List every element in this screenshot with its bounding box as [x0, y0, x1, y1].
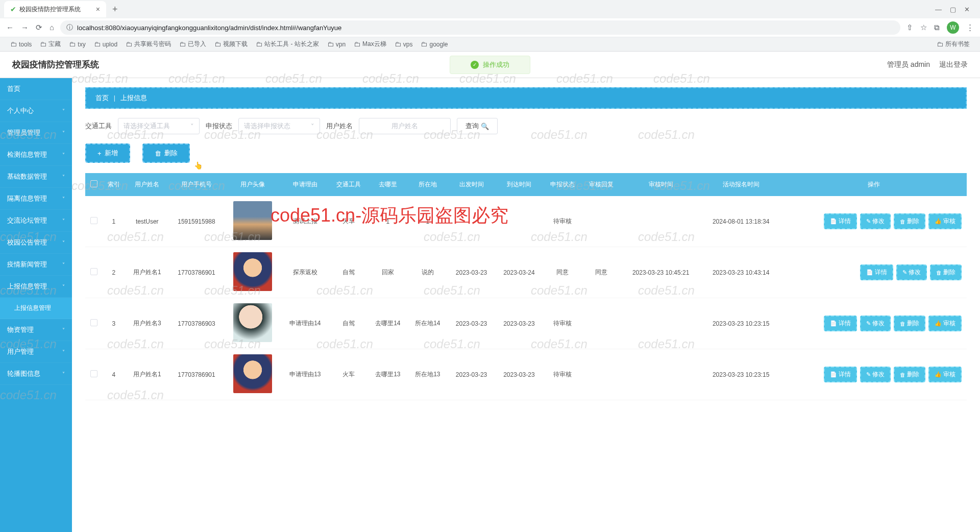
column-header: 去哪里 [368, 173, 408, 196]
chevron-down-icon: ˅ [62, 174, 65, 180]
minimize-icon[interactable]: — [935, 6, 942, 13]
sidebar-item[interactable]: 物资管理˅ [0, 319, 72, 341]
site-info-icon[interactable]: ⓘ [66, 23, 73, 32]
folder-icon: 🗀 [421, 40, 427, 48]
row-checkbox[interactable] [90, 268, 97, 275]
row-delete-button[interactable]: 🗑删除 [930, 264, 962, 280]
audit-button[interactable]: 👍审核 [928, 213, 962, 229]
forward-icon[interactable]: → [21, 23, 29, 32]
bookmark-item[interactable]: 🗀tools [6, 39, 36, 50]
doc-icon: 📄 [830, 371, 837, 378]
browser-tab[interactable]: ✔ 校园疫情防控管理系统 × [4, 1, 106, 17]
tab-close-icon[interactable]: × [96, 5, 100, 13]
query-button[interactable]: 查询 🔍 [457, 118, 498, 134]
sidebar-item[interactable]: 交流论坛管理˅ [0, 210, 72, 232]
window-controls: — ▢ ✕ [935, 6, 976, 13]
breadcrumb-home[interactable]: 首页 [95, 94, 109, 102]
detail-button[interactable]: 📄详情 [824, 213, 857, 229]
folder-icon: 🗀 [10, 40, 17, 48]
sidebar-item[interactable]: 检测信息管理˅ [0, 144, 72, 166]
trash-icon: 🗑 [900, 372, 905, 378]
row-checkbox[interactable] [90, 370, 97, 377]
menu-icon[interactable]: ⋮ [966, 23, 974, 32]
folder-icon: 🗀 [395, 40, 401, 48]
maximize-icon[interactable]: ▢ [950, 6, 956, 13]
delete-button[interactable]: 🗑 删除 [142, 143, 190, 163]
sidebar-item[interactable]: 轮播图信息˅ [0, 363, 72, 385]
edit-button[interactable]: ✎修改 [860, 367, 891, 382]
home-icon[interactable]: ⌂ [50, 23, 54, 32]
sidebar: 首页个人中心˅管理员管理˅检测信息管理˅基础数据管理˅隔离信息管理˅交流论坛管理… [0, 78, 72, 532]
add-button[interactable]: + 新增 [85, 143, 130, 163]
table-row: 4用户姓名117703786901申请理由13火车去哪里13所在地132023-… [85, 349, 967, 400]
sidebar-item[interactable]: 疫情新闻管理˅ [0, 254, 72, 276]
row-checkbox[interactable] [90, 217, 97, 224]
row-delete-button[interactable]: 🗑删除 [894, 367, 925, 382]
bookmark-item[interactable]: 🗀vps [390, 39, 417, 50]
audit-button[interactable]: 👍审核 [928, 367, 962, 382]
folder-icon: 🗀 [937, 40, 943, 48]
bookmark-item[interactable]: 🗀uplod [90, 39, 121, 50]
close-window-icon[interactable]: ✕ [964, 6, 970, 13]
bookmark-item[interactable]: 🗀google [416, 39, 452, 50]
logout-link[interactable]: 退出登录 [939, 60, 968, 69]
chevron-down-icon: ˅ [62, 240, 65, 246]
filter-username-input[interactable]: 用户姓名 [359, 118, 451, 134]
edit-button[interactable]: ✎修改 [860, 213, 891, 229]
row-delete-button[interactable]: 🗑删除 [894, 213, 925, 229]
url-input[interactable]: ⓘ localhost:8080/xiaoyuanyiqingfangkongg… [60, 20, 900, 35]
profile-avatar[interactable]: W [947, 21, 959, 34]
sidebar-item[interactable]: 隔离信息管理˅ [0, 188, 72, 210]
row-delete-button[interactable]: 🗑删除 [894, 316, 925, 331]
table-row: 1testUser15915915988测试上报火车11待审核2024-08-0… [85, 196, 967, 247]
sidebar-item[interactable]: 管理员管理˅ [0, 122, 72, 144]
chevron-down-icon: ˅ [190, 123, 194, 130]
sidebar-subitem[interactable]: 上报信息管理 [0, 298, 72, 319]
extension-icon[interactable]: ⧉ [934, 23, 940, 32]
detail-button[interactable]: 📄详情 [824, 316, 857, 331]
select-all-checkbox[interactable] [90, 180, 97, 187]
filter-status-select[interactable]: 请选择申报状态 ˅ [238, 118, 320, 134]
edit-button[interactable]: ✎修改 [860, 316, 891, 331]
folder-icon: 🗀 [40, 40, 46, 48]
bookmark-item[interactable]: 🗀txy [65, 39, 89, 50]
bookmark-item[interactable]: 🗀Max云梯 [350, 39, 390, 50]
audit-button[interactable]: 👍审核 [928, 316, 962, 331]
doc-icon: 📄 [830, 320, 837, 327]
filter-transport-select[interactable]: 请选择交通工具 ˅ [118, 118, 200, 134]
folder-icon: 🗀 [354, 40, 360, 48]
bookmark-item[interactable]: 🗀视频下载 [210, 39, 252, 50]
bookmark-star-icon[interactable]: ⇧ [906, 23, 913, 32]
sidebar-item[interactable]: 上报信息管理˅ [0, 276, 72, 298]
edit-button[interactable]: ✎修改 [896, 264, 927, 280]
detail-button[interactable]: 📄详情 [824, 367, 857, 382]
row-checkbox[interactable] [90, 319, 97, 326]
reload-icon[interactable]: ⟳ [36, 23, 42, 32]
sidebar-item[interactable]: 校园公告管理˅ [0, 232, 72, 254]
sidebar-item[interactable]: 个人中心˅ [0, 100, 72, 122]
new-tab-button[interactable]: + [108, 4, 122, 15]
bookmark-item[interactable]: 🗀已导入 [175, 39, 210, 50]
avatar [233, 354, 272, 393]
star-icon[interactable]: ☆ [920, 23, 927, 32]
bookmark-item[interactable]: 🗀共享账号密码 [121, 39, 175, 50]
bookmark-item[interactable]: 🗀站长工具 - 站长之家 [252, 39, 323, 50]
folder-icon: 🗀 [126, 40, 132, 48]
bookmark-item[interactable]: 🗀宝藏 [36, 39, 65, 50]
chevron-down-icon: ˅ [62, 218, 65, 224]
breadcrumb: 首页 | 上报信息 [85, 87, 967, 109]
trash-icon: 🗑 [900, 219, 905, 225]
sidebar-item[interactable]: 首页 [0, 78, 72, 100]
detail-button[interactable]: 📄详情 [860, 264, 893, 280]
toast-text: 操作成功 [483, 60, 509, 69]
folder-icon: 🗀 [69, 40, 76, 48]
back-icon[interactable]: ← [6, 23, 14, 32]
all-bookmarks[interactable]: 🗀 所有书签 [933, 39, 974, 50]
sidebar-item[interactable]: 用户管理˅ [0, 341, 72, 363]
column-header: 操作 [781, 173, 967, 196]
admin-label[interactable]: 管理员 admin [887, 60, 930, 69]
sidebar-item[interactable]: 基础数据管理˅ [0, 166, 72, 188]
browser-chrome: ✔ 校园疫情防控管理系统 × + — ▢ ✕ ← → ⟳ ⌂ ⓘ localho… [0, 0, 980, 52]
chevron-down-icon: ˅ [62, 130, 65, 136]
bookmark-item[interactable]: 🗀vpn [323, 39, 350, 50]
